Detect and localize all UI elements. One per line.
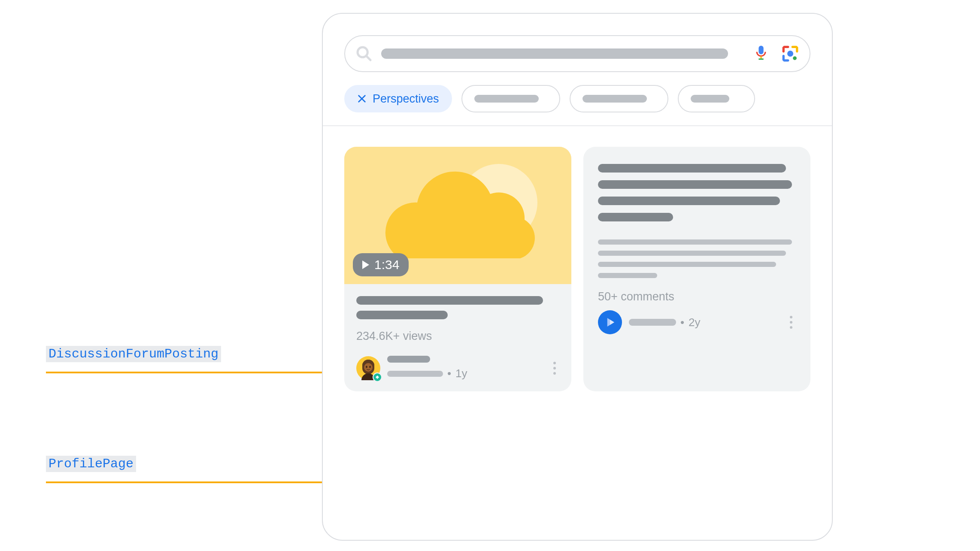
mic-icon[interactable]	[754, 44, 768, 63]
lens-icon[interactable]	[781, 45, 799, 63]
search-icon	[355, 45, 373, 62]
source-avatar[interactable]	[598, 310, 622, 334]
title-line	[356, 311, 448, 319]
title-line	[598, 180, 792, 189]
snippet-line	[598, 251, 786, 256]
author-info: • 1y	[387, 356, 543, 380]
filter-chips-row: Perspectives	[323, 72, 832, 126]
verified-badge-icon	[373, 372, 382, 382]
annotation-label: DiscussionForumPosting	[46, 346, 221, 362]
svg-point-12	[364, 363, 373, 372]
card-body: 50+ comments • 2y	[583, 147, 810, 345]
view-count: 234.6K+ views	[356, 330, 559, 343]
post-age: 2y	[689, 316, 700, 329]
post-age: 1y	[455, 367, 467, 380]
video-thumbnail: 1:34	[344, 147, 571, 284]
video-result-card[interactable]: 1:34 234.6K+ views	[344, 147, 571, 391]
svg-line-1	[366, 56, 370, 60]
chip-perspectives[interactable]: Perspectives	[344, 85, 452, 112]
snippet-line	[598, 262, 776, 267]
snippet-line	[598, 273, 657, 278]
search-results-mock: Perspectives 1:34	[322, 13, 833, 541]
title-line	[598, 164, 786, 173]
author-meta-placeholder	[387, 371, 443, 377]
svg-rect-2	[759, 46, 763, 54]
result-cards: 1:34 234.6K+ views	[323, 126, 832, 412]
title-block	[598, 164, 796, 221]
chip-label: Perspectives	[373, 92, 439, 106]
svg-marker-16	[610, 320, 614, 325]
more-menu-icon[interactable]	[786, 316, 796, 329]
svg-point-6	[793, 56, 797, 60]
annotation-label: ProfilePage	[46, 456, 136, 472]
annotation-profile-page: ProfilePage	[46, 456, 136, 472]
svg-point-13	[366, 366, 367, 368]
svg-point-5	[787, 51, 793, 57]
author-avatar[interactable]	[356, 356, 380, 380]
separator-dot: •	[447, 367, 451, 380]
chip-placeholder-bar	[691, 95, 729, 103]
title-line	[356, 296, 543, 305]
comment-count: 50+ comments	[598, 290, 796, 303]
svg-point-14	[369, 366, 371, 368]
search-query-placeholder	[381, 48, 728, 59]
author-row: • 2y	[598, 310, 796, 334]
snippet-block	[598, 239, 796, 278]
title-line	[598, 197, 780, 205]
more-menu-icon[interactable]	[550, 362, 559, 375]
chip-placeholder[interactable]	[570, 85, 668, 112]
source-info: • 2y	[629, 316, 780, 329]
chip-placeholder[interactable]	[461, 85, 560, 112]
author-row: • 1y	[356, 356, 559, 380]
close-icon	[357, 94, 367, 103]
annotation-discussion-forum-posting: DiscussionForumPosting	[46, 346, 221, 362]
chip-placeholder-bar	[583, 95, 647, 103]
video-duration-badge: 1:34	[353, 253, 409, 276]
snippet-line	[598, 239, 792, 245]
card-body: 234.6K+ views	[344, 284, 571, 391]
play-badge-icon	[604, 316, 616, 329]
search-bar[interactable]	[344, 35, 810, 72]
separator-dot: •	[680, 316, 684, 329]
chip-placeholder[interactable]	[678, 85, 755, 112]
source-name-placeholder	[629, 319, 676, 326]
chip-placeholder-bar	[474, 95, 539, 103]
author-name-placeholder	[387, 356, 430, 363]
video-duration: 1:34	[374, 257, 399, 272]
text-result-card[interactable]: 50+ comments • 2y	[583, 147, 810, 391]
play-icon	[362, 260, 369, 269]
title-line	[598, 213, 673, 221]
